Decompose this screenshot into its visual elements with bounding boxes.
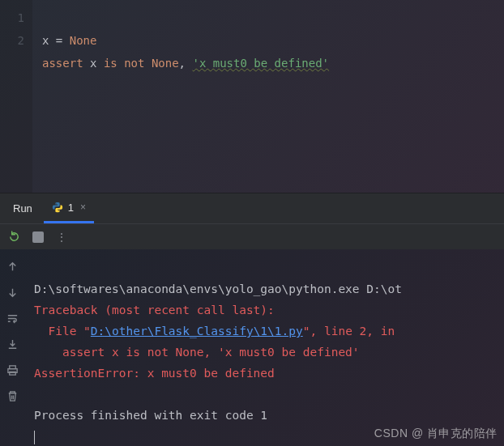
line-gutter: 1 2 [0,0,32,193]
console-line: AssertionError: x must0 be defined [34,367,275,380]
file-link[interactable]: D:\other\Flask_Classify\1\1.py [91,325,303,338]
console-line: Traceback (most recent call last): [34,304,275,316]
run-tab[interactable]: 1 × [44,193,94,223]
code-editor[interactable]: 1 2 x = None assert x is not None, 'x mu… [0,0,504,193]
delete-button[interactable] [3,387,21,405]
caret [34,431,35,444]
python-icon [52,202,63,213]
up-button[interactable] [3,257,21,275]
line-number: 1 [0,6,24,29]
scroll-to-end-button[interactable] [3,335,21,353]
code-line-2: assert x is not None, 'x must0 be define… [42,57,329,70]
code-line-1: x = None [42,34,96,47]
close-icon[interactable]: × [80,202,86,213]
stop-button[interactable] [29,228,47,246]
console-panel: D:\softwares\anaconda\envs\yolo_gao\pyth… [0,249,504,446]
console-output[interactable]: D:\softwares\anaconda\envs\yolo_gao\pyth… [24,249,504,446]
line-number: 2 [0,29,24,52]
more-button[interactable]: ⋮ [53,228,71,246]
svg-rect-2 [9,372,15,375]
run-label: Run [6,202,39,215]
console-line: Process finished with exit code 1 [34,409,267,422]
soft-wrap-button[interactable] [3,309,21,327]
console-line: D:\softwares\anaconda\envs\yolo_gao\pyth… [34,282,402,295]
run-toolbar: ⋮ [0,223,504,249]
code-area[interactable]: x = None assert x is not None, 'x must0 … [32,0,504,193]
print-button[interactable] [3,361,21,379]
console-line: File "D:\other\Flask_Classify\1\1.py", l… [34,325,402,338]
down-button[interactable] [3,283,21,301]
rerun-button[interactable] [5,228,23,246]
tab-label: 1 [68,202,74,214]
console-line: assert x is not None, 'x must0 be define… [34,346,360,359]
run-tool-header: Run 1 × [0,193,504,223]
watermark: CSDN @ 肖申克的陪伴 [374,427,498,441]
more-icon: ⋮ [56,231,69,244]
stop-icon [32,231,44,243]
console-side-toolbar [0,249,24,446]
